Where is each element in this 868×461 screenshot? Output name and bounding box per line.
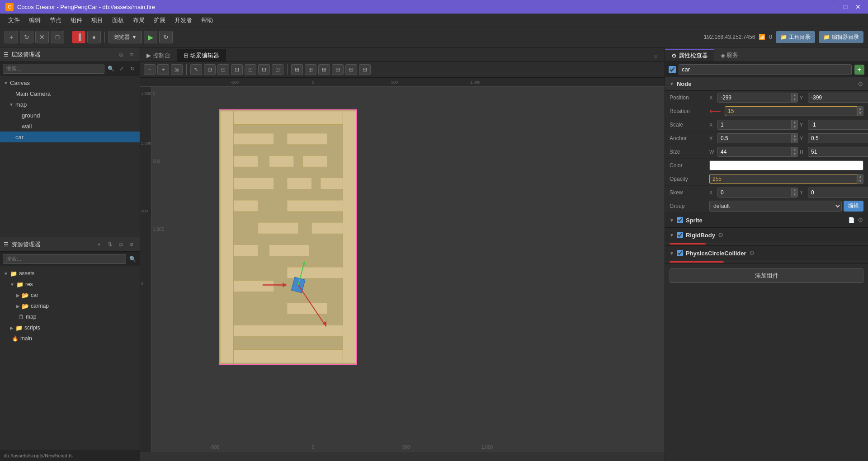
scale-x-down[interactable]: ▼ <box>792 125 798 130</box>
anchor-mc[interactable]: ⊡ <box>258 64 270 75</box>
asset-item-map-file[interactable]: 🗒 map <box>0 311 140 322</box>
assets-sort-btn[interactable]: ⇅ <box>105 240 114 249</box>
tab-service[interactable]: ◈ 服务 <box>714 49 745 61</box>
anchor-x-down[interactable]: ▼ <box>792 138 798 143</box>
scene-tab-menu[interactable]: ≡ <box>651 52 660 61</box>
asset-item-res[interactable]: ▼ 📁 res <box>0 279 140 290</box>
record-btn[interactable]: ● <box>87 31 101 43</box>
anchor-tl[interactable]: ⊡ <box>204 64 216 75</box>
zoom-out-btn[interactable]: − <box>144 64 156 75</box>
physics-enabled-checkbox[interactable] <box>677 250 683 256</box>
size-w-input[interactable] <box>717 147 792 157</box>
sprite-section-header[interactable]: ▼ Sprite 📄 ⚙ <box>665 213 868 227</box>
menu-node[interactable]: 节点 <box>45 14 66 26</box>
assets-search-icon[interactable]: 🔍 <box>128 254 137 263</box>
scale-y-input[interactable] <box>808 120 868 130</box>
rotation-input[interactable] <box>725 106 857 116</box>
size-w-up[interactable]: ▲ <box>792 147 798 152</box>
scale-x-up[interactable]: ▲ <box>792 120 798 125</box>
tab-console[interactable]: ▶ 控制台 <box>140 49 177 61</box>
rotation-down[interactable]: ▼ <box>857 111 863 116</box>
group-edit-button[interactable]: 编辑 <box>844 201 863 212</box>
hierarchy-menu-btn[interactable]: ≡ <box>127 50 136 59</box>
rotation-up[interactable]: ▲ <box>857 106 863 111</box>
size-w-down[interactable]: ▼ <box>792 152 798 157</box>
skew-x-up[interactable]: ▲ <box>792 188 798 193</box>
physics-settings-icon[interactable]: ⚙ <box>749 249 755 257</box>
hierarchy-search-icon[interactable]: 🔍 <box>106 64 115 73</box>
add-component-btn-top[interactable]: + <box>854 65 864 75</box>
menu-edit[interactable]: 编辑 <box>24 14 45 26</box>
tree-item-canvas[interactable]: ▼ Canvas <box>0 77 140 88</box>
browser-button[interactable]: 浏览器 ▼ <box>108 31 142 43</box>
menu-file[interactable]: 文件 <box>4 14 24 26</box>
anchor-ml[interactable]: ⊡ <box>245 64 256 75</box>
assets-search-input[interactable] <box>3 254 126 264</box>
rigidbody-section-header[interactable]: ▼ RigidBody ⚙ <box>665 228 868 242</box>
zoom-fit-btn[interactable]: ◎ <box>171 64 183 75</box>
physics-circle-section-header[interactable]: ▼ PhysicsCircleCollider ⚙ <box>665 246 868 260</box>
tab-inspector[interactable]: ⚙ 属性检查器 <box>665 49 714 61</box>
menu-extension[interactable]: 扩展 <box>149 14 170 26</box>
tree-item-map[interactable]: ▼ map <box>0 99 140 110</box>
align-right[interactable]: ⊞ <box>318 64 330 75</box>
add-node-button[interactable]: + <box>5 31 18 43</box>
move-tool[interactable]: □ <box>51 31 64 43</box>
asset-item-main[interactable]: 🔥 main <box>0 333 140 344</box>
assets-menu-btn[interactable]: ≡ <box>127 240 136 249</box>
move-scene-btn[interactable]: ↖ <box>190 64 202 75</box>
minimize-button[interactable]: ─ <box>828 2 837 11</box>
size-h-input[interactable] <box>808 147 868 157</box>
skew-x-down[interactable]: ▼ <box>792 193 798 198</box>
editor-dir-button[interactable]: 📁 编辑器目录 <box>819 31 863 43</box>
node-settings-icon[interactable]: ⚙ <box>858 80 863 88</box>
align-left[interactable]: ⊞ <box>291 64 303 75</box>
sprite-enabled-checkbox[interactable] <box>677 217 683 223</box>
opacity-down[interactable]: ▼ <box>857 179 863 184</box>
opacity-up[interactable]: ▲ <box>857 174 863 179</box>
rigidbody-enabled-checkbox[interactable] <box>677 232 683 238</box>
anchor-x-input[interactable] <box>717 133 792 143</box>
play-button[interactable]: ▶ <box>144 31 157 43</box>
refresh-button[interactable]: ↻ <box>20 31 33 43</box>
anchor-mr[interactable]: ⊡ <box>272 64 283 75</box>
menu-layout[interactable]: 布局 <box>128 14 149 26</box>
hierarchy-copy-btn[interactable]: ⧉ <box>116 50 125 59</box>
node-section-header[interactable]: ▼ Node ⚙ <box>665 77 868 91</box>
skew-x-input[interactable] <box>717 188 792 198</box>
opacity-input[interactable] <box>709 174 857 184</box>
select-tool[interactable]: ✕ <box>35 31 49 43</box>
anchor-x-up[interactable]: ▲ <box>792 133 798 138</box>
tree-item-car[interactable]: car <box>0 132 140 142</box>
align-bottom[interactable]: ⊟ <box>359 64 371 75</box>
tree-item-ground[interactable]: ground <box>0 110 140 121</box>
screenshot-btn[interactable]: ▐ <box>72 31 85 43</box>
project-dir-button[interactable]: 📁 工程目录 <box>776 31 815 43</box>
anchor-tr[interactable]: ⊡ <box>231 64 243 75</box>
anchor-tc[interactable]: ⊡ <box>217 64 229 75</box>
sprite-doc-icon[interactable]: 📄 <box>848 217 855 223</box>
group-select[interactable]: default <box>709 201 842 212</box>
menu-panel[interactable]: 面板 <box>108 14 128 26</box>
tree-item-wall[interactable]: wall <box>0 121 140 132</box>
maximize-button[interactable]: □ <box>841 2 850 11</box>
stop-button[interactable]: ↻ <box>159 31 173 43</box>
rigidbody-settings-icon[interactable]: ⚙ <box>718 231 724 239</box>
assets-copy-btn[interactable]: ⧉ <box>116 240 125 249</box>
scale-x-input[interactable] <box>717 120 792 130</box>
position-x-input[interactable] <box>717 93 792 103</box>
skew-y-input[interactable] <box>808 188 868 198</box>
asset-item-car-folder[interactable]: ▶ 📂 car <box>0 290 140 301</box>
hierarchy-search-input[interactable] <box>3 64 104 74</box>
node-enabled-checkbox[interactable] <box>669 66 676 73</box>
align-middle[interactable]: ⊟ <box>345 64 357 75</box>
asset-item-carmap[interactable]: ▶ 📂 carmap <box>0 301 140 311</box>
node-name-input[interactable] <box>679 64 852 75</box>
sprite-settings-icon[interactable]: ⚙ <box>858 216 863 224</box>
menu-developer[interactable]: 开发者 <box>170 14 197 26</box>
tab-scene-editor[interactable]: ⊞ 场景编辑器 <box>177 49 226 61</box>
add-component-button[interactable]: 添加组件 <box>670 268 863 283</box>
asset-item-scripts[interactable]: ▶ 📁 scripts <box>0 322 140 333</box>
game-canvas[interactable] <box>219 109 357 365</box>
menu-help[interactable]: 帮助 <box>197 14 217 26</box>
